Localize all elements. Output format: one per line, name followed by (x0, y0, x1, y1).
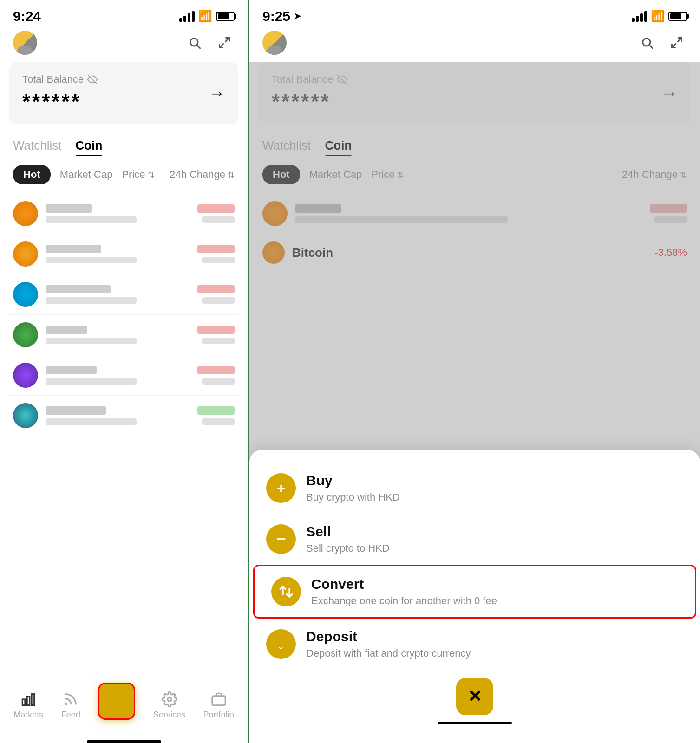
right-search-button[interactable] (637, 33, 657, 53)
svg-point-8 (65, 704, 67, 705)
coin-sub (46, 257, 137, 263)
price-change (197, 285, 235, 293)
coin-logo-eth (13, 241, 38, 267)
buy-title: Buy (306, 473, 683, 489)
right-app-header (249, 29, 700, 62)
right-bg-content: Total Balance ****** → Watchlist Coin Ho… (249, 62, 700, 743)
coin-info (46, 285, 197, 304)
price-change (197, 406, 235, 415)
right-wifi-icon: 📶 (651, 10, 665, 23)
convert-icon (271, 577, 301, 606)
svg-rect-7 (32, 694, 34, 705)
sheet-item-sell[interactable]: − Sell Sell crypto to HKD (249, 514, 700, 565)
coin-price (197, 204, 235, 223)
coin-name (46, 204, 92, 213)
svg-line-1 (197, 45, 200, 48)
price-value (202, 338, 235, 344)
tab-watchlist[interactable]: Watchlist (13, 138, 62, 156)
coin-name (46, 406, 106, 415)
svg-rect-6 (27, 697, 30, 705)
left-panel: 9:24 📶 (0, 0, 249, 743)
bottom-sheet: + Buy Buy crypto with HKD − Sell Sell cr… (249, 450, 700, 743)
left-status-icons: 📶 (179, 10, 235, 23)
coin-price (197, 326, 235, 344)
nav-services-label: Services (153, 710, 185, 720)
buy-icon: + (266, 473, 296, 503)
price-value (202, 216, 235, 223)
price-change (197, 245, 235, 253)
expand-button[interactable] (214, 33, 235, 53)
price-value (202, 418, 235, 425)
coin-list (0, 194, 248, 684)
left-app-header (0, 29, 248, 62)
svg-point-9 (167, 697, 171, 702)
right-battery-icon (668, 12, 687, 21)
filter-24h[interactable]: 24h Change (170, 169, 235, 181)
location-arrow-icon: ➤ (294, 11, 301, 21)
right-time: 9:25 (262, 8, 290, 24)
list-item[interactable] (9, 315, 238, 355)
coin-name (46, 326, 87, 334)
convert-fab-button[interactable] (98, 683, 135, 720)
coin-price (197, 245, 235, 263)
convert-title: Convert (311, 576, 678, 592)
right-signal-icon (632, 11, 647, 22)
filter-hot[interactable]: Hot (13, 165, 51, 184)
battery-icon (216, 12, 235, 21)
svg-rect-10 (212, 696, 225, 705)
home-indicator-left (87, 740, 161, 743)
coin-sub (46, 338, 137, 344)
sell-desc: Sell crypto to HKD (306, 542, 683, 554)
coin-sub (46, 378, 137, 385)
list-item[interactable] (9, 194, 238, 234)
home-indicator-right (438, 722, 512, 724)
tab-coin[interactable]: Coin (76, 138, 103, 156)
left-status-bar: 9:24 📶 (0, 0, 248, 29)
list-item[interactable] (9, 355, 238, 396)
right-avatar[interactable] (262, 31, 287, 55)
sell-icon: − (266, 524, 296, 554)
balance-arrow[interactable]: → (209, 84, 225, 103)
nav-portfolio[interactable]: Portfolio (203, 691, 234, 720)
nav-markets[interactable]: Markets (13, 691, 43, 720)
sheet-item-deposit[interactable]: ↓ Deposit Deposit with fiat and crypto c… (249, 619, 700, 670)
sheet-item-buy[interactable]: + Buy Buy crypto with HKD (249, 463, 700, 514)
nav-feed[interactable]: Feed (61, 691, 80, 720)
buy-desc: Buy crypto with HKD (306, 491, 683, 503)
price-change (197, 204, 235, 213)
coin-logo-xrp (13, 282, 38, 307)
price-value (202, 378, 235, 385)
close-button[interactable]: ✕ (456, 678, 493, 715)
coin-info (46, 204, 197, 223)
list-item[interactable] (9, 396, 238, 436)
coin-name (46, 366, 97, 374)
balance-info: Total Balance ****** (22, 73, 98, 113)
balance-label: Total Balance (22, 73, 98, 85)
coin-info (46, 366, 197, 385)
price-value (202, 297, 235, 304)
coin-logo-btc (13, 201, 38, 226)
nav-convert-fab[interactable] (98, 692, 135, 720)
right-header-actions (637, 33, 687, 53)
avatar[interactable] (13, 31, 37, 55)
deposit-icon: ↓ (266, 629, 296, 659)
svg-rect-5 (23, 699, 26, 705)
right-status-bar: 9:25 ➤ 📶 (249, 0, 700, 29)
search-button[interactable] (184, 33, 205, 53)
nav-feed-label: Feed (61, 710, 80, 720)
filter-market-cap[interactable]: Market Cap (60, 169, 113, 181)
filter-price[interactable]: Price (122, 169, 154, 181)
buy-text: Buy Buy crypto with HKD (306, 473, 683, 503)
nav-services[interactable]: Services (153, 691, 185, 720)
coin-sub (46, 418, 137, 425)
list-item[interactable] (9, 234, 238, 274)
nav-portfolio-label: Portfolio (203, 710, 234, 720)
coin-name (46, 285, 111, 293)
deposit-title: Deposit (306, 629, 683, 645)
signal-icon (179, 11, 195, 22)
header-actions (184, 33, 235, 53)
right-expand-button[interactable] (667, 33, 687, 53)
sheet-item-convert[interactable]: Convert Exchange one coin for another wi… (253, 565, 696, 619)
right-panel: 9:25 ➤ 📶 (249, 0, 700, 743)
list-item[interactable] (9, 274, 238, 315)
